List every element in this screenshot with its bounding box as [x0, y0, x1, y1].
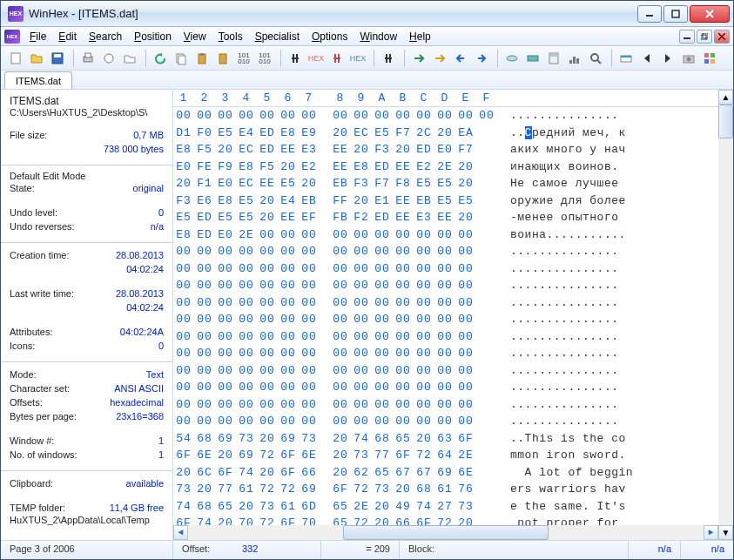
- menu-view[interactable]: View: [178, 29, 212, 44]
- hex-row[interactable]: 7468652073616D652E2049742773e the same. …: [173, 498, 718, 516]
- camera-icon[interactable]: [679, 49, 698, 68]
- mdi-minimize-button[interactable]: [679, 30, 695, 44]
- next-icon[interactable]: [658, 49, 677, 68]
- hex-row[interactable]: 6F742070726F70657220666F7220 not proper …: [173, 515, 718, 525]
- hex-row[interactable]: 20F1E0ECEEE520EBF3F7F8E5E520Не самое луч…: [173, 175, 718, 192]
- menu-search[interactable]: Search: [83, 29, 128, 44]
- ascii-cell[interactable]: ...............: [500, 262, 665, 275]
- scroll-up-icon[interactable]: ▲: [718, 90, 733, 105]
- hex-row[interactable]: 206C6F74206F662062656767696E A lot of be…: [173, 464, 718, 482]
- analyze-icon[interactable]: [565, 49, 584, 68]
- paste-icon[interactable]: [192, 49, 212, 68]
- ram-editor-icon[interactable]: [523, 49, 542, 68]
- properties-icon[interactable]: [99, 49, 118, 68]
- back-icon[interactable]: [451, 49, 470, 68]
- hex-row[interactable]: 0000000000000000000000000000............…: [173, 345, 718, 362]
- calculator-icon[interactable]: [544, 49, 563, 68]
- ascii-cell[interactable]: ...............: [500, 381, 665, 394]
- hex-ascii-icon[interactable]: 101010: [255, 49, 274, 68]
- copy-icon[interactable]: [172, 49, 191, 68]
- menu-specialist[interactable]: Specialist: [249, 29, 306, 44]
- hex-row[interactable]: E5EDE5E520EEEFFBF2EDEEE3EE20-менее опытн…: [173, 209, 718, 226]
- ascii-cell[interactable]: Не самое лучшее: [500, 177, 665, 190]
- goto-mark-icon[interactable]: [430, 49, 449, 68]
- ascii-cell[interactable]: ...............: [500, 330, 665, 343]
- h-scroll-thumb[interactable]: [343, 525, 549, 540]
- hex-row[interactable]: 0000000000000000000000000000............…: [173, 294, 718, 312]
- ascii-cell[interactable]: ers warriors hav: [500, 482, 665, 496]
- mdi-close-button[interactable]: [714, 30, 730, 44]
- ascii-cell[interactable]: ...............: [500, 364, 665, 377]
- ascii-cell[interactable]: ...............: [500, 245, 665, 258]
- hex-row[interactable]: 0000000000000000000000000000............…: [173, 260, 718, 278]
- menu-help[interactable]: Help: [403, 29, 437, 44]
- ascii-cell[interactable]: ...............: [500, 415, 665, 428]
- ascii-cell[interactable]: ...............: [500, 109, 665, 122]
- tab-items-dat[interactable]: ITEMS.dat: [4, 71, 72, 89]
- horizontal-scrollbar[interactable]: ◄ ►: [173, 525, 718, 540]
- v-scroll-thumb[interactable]: [718, 105, 733, 138]
- menu-edit[interactable]: Edit: [52, 29, 83, 44]
- ascii-cell[interactable]: ...............: [500, 296, 665, 309]
- search-icon[interactable]: [586, 49, 605, 68]
- hex-row[interactable]: E8F520ECEDEEE3EE20F320EDE0F7аких много у…: [173, 141, 718, 159]
- hex-row[interactable]: 0000000000000000000000000000............…: [173, 311, 718, 328]
- replace-hex-icon[interactable]: HEX: [348, 49, 367, 68]
- sync-icon[interactable]: [700, 49, 719, 68]
- ascii-cell[interactable]: инающих воинов.: [500, 160, 665, 173]
- menu-file[interactable]: File: [24, 29, 52, 44]
- hex-row[interactable]: 000000000000000000000000000000..........…: [173, 107, 718, 125]
- forward-icon[interactable]: [472, 49, 491, 68]
- options-icon[interactable]: [616, 49, 636, 68]
- hex-row[interactable]: 0000000000000000000000000000............…: [173, 243, 718, 260]
- scroll-down-icon[interactable]: ▼: [718, 525, 733, 540]
- open-disk-icon[interactable]: [120, 49, 139, 68]
- print-icon[interactable]: [78, 49, 98, 68]
- ascii-cell[interactable]: ...............: [500, 398, 665, 411]
- ascii-cell[interactable]: оружие для более: [500, 194, 665, 207]
- hex-row[interactable]: 0000000000000000000000000000............…: [173, 328, 718, 346]
- goto-offset-icon[interactable]: [409, 49, 428, 68]
- hex-row[interactable]: 0000000000000000000000000000............…: [173, 413, 718, 430]
- ascii-cell[interactable]: A lot of beggin: [500, 466, 665, 479]
- ascii-cell[interactable]: ...............: [500, 279, 665, 292]
- save-icon[interactable]: [48, 49, 67, 68]
- ascii-hex-icon[interactable]: 101010: [234, 49, 253, 68]
- ascii-cell[interactable]: e the same. It's: [500, 500, 665, 513]
- find-again-icon[interactable]: [379, 49, 398, 68]
- ascii-cell[interactable]: воина...........: [500, 228, 665, 241]
- minimize-button[interactable]: [637, 5, 662, 23]
- new-file-icon[interactable]: [6, 49, 25, 68]
- ascii-cell[interactable]: ..Средний меч, к: [500, 126, 665, 139]
- menu-window[interactable]: Window: [354, 29, 403, 44]
- hex-row[interactable]: 0000000000000000000000000000............…: [173, 379, 718, 396]
- find-text-icon[interactable]: [286, 49, 305, 68]
- hex-row[interactable]: D1F0E5E4EDE8E920ECE5F72C20EA..Средний ме…: [173, 125, 718, 142]
- open-folder-icon[interactable]: [27, 49, 46, 68]
- menu-position[interactable]: Position: [128, 29, 178, 44]
- hex-view[interactable]: 123456789ABCDEF 000000000000000000000000…: [173, 90, 718, 540]
- ascii-cell[interactable]: mmon iron sword.: [500, 449, 665, 462]
- vertical-scrollbar[interactable]: ▲ ▼: [718, 90, 733, 540]
- scroll-right-icon[interactable]: ►: [704, 525, 718, 540]
- hex-row[interactable]: E0FEF9E8F520E2EEE8EDEEE22E20инающих воин…: [173, 159, 718, 176]
- close-button[interactable]: [690, 5, 730, 23]
- hex-row[interactable]: 732077617272696F727320686176ers warriors…: [173, 481, 718, 498]
- prev-icon[interactable]: [637, 49, 657, 68]
- undo-icon[interactable]: [151, 49, 170, 68]
- menu-tools[interactable]: Tools: [212, 29, 249, 44]
- ascii-cell[interactable]: ...............: [500, 313, 665, 326]
- maximize-button[interactable]: [663, 5, 688, 23]
- ascii-cell[interactable]: not proper for: [500, 516, 665, 525]
- mdi-restore-button[interactable]: [697, 30, 712, 44]
- disk-tools-icon[interactable]: [502, 49, 522, 68]
- ascii-cell[interactable]: ..This is the co: [500, 432, 665, 445]
- hex-row[interactable]: 0000000000000000000000000000............…: [173, 277, 718, 294]
- scroll-left-icon[interactable]: ◄: [173, 525, 188, 540]
- hex-row[interactable]: F3E6E8E520E4EBFF20E1EEEBE5E5оружие для б…: [173, 192, 718, 210]
- hex-rows[interactable]: 000000000000000000000000000000..........…: [173, 107, 718, 525]
- hex-row[interactable]: 0000000000000000000000000000............…: [173, 362, 718, 380]
- hex-row[interactable]: 6F6E2069726F6E2073776F72642Emmon iron sw…: [173, 447, 718, 464]
- hex-row[interactable]: 546869732069732074686520636F..This is th…: [173, 430, 718, 448]
- cut-icon[interactable]: [213, 49, 232, 68]
